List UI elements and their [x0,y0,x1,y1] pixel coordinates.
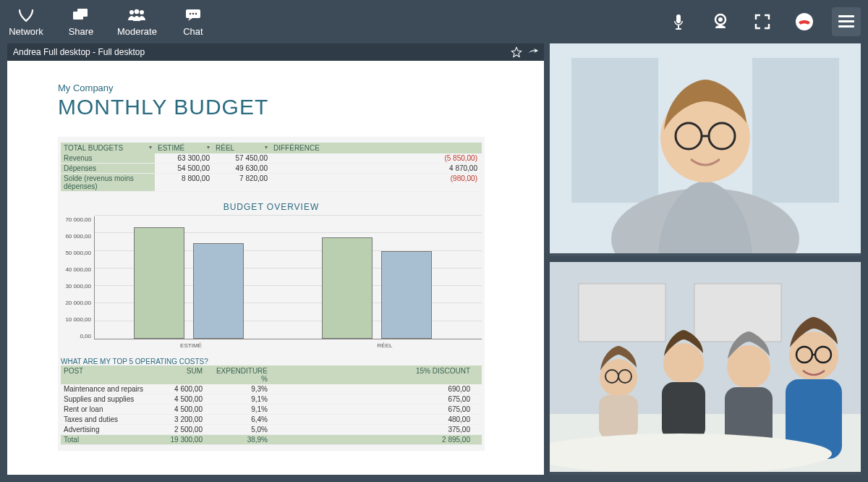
ytick: 10 000,00 [65,316,91,323]
row-real: 7 820,00 [213,174,271,191]
cost-disc: 375,00 [271,425,473,434]
ytick: 50 000,00 [65,250,91,256]
cost-exp: 9,1% [205,394,271,404]
row-label: Solde (revenus moins dépenses) [61,174,155,191]
svg-point-7 [192,12,195,14]
share-pane: Andrea Full desktop - Full desktop My Co… [7,43,544,475]
svg-rect-35 [662,382,705,440]
svg-point-2 [129,10,134,14]
cost-post: Advertising [61,425,148,434]
total-sum: 19 300,00 [148,435,205,444]
fullscreen-button[interactable] [748,7,777,36]
hangup-button[interactable] [790,7,819,36]
col-total[interactable]: TOTAL BUDGETS [61,143,155,153]
cost-disc: 675,00 [271,394,473,404]
video-pane: Philip [550,43,861,475]
doc-title: MONTHLY BUDGET [58,95,493,119]
cost-post: Supplies and supplies [61,394,148,404]
col-exp: EXPENDITURE % [205,365,271,384]
cost-sum: 4 600,00 [148,384,205,394]
costs-row: Advertising2 500,005,0%375,00 [61,425,482,435]
cost-disc: 480,00 [271,415,473,424]
star-icon[interactable] [511,46,522,58]
network-icon [17,7,35,23]
chart-title: BUDGET OVERVIEW [61,202,482,212]
menu-button[interactable] [832,7,861,36]
video-tile-philip[interactable]: Philip [550,43,861,256]
cost-disc: 675,00 [271,405,473,414]
cost-exp: 9,3% [205,384,271,394]
chat-label: Chat [183,26,203,37]
moderate-label: Moderate [117,26,157,37]
share-title: Andrea Full desktop - Full desktop [13,47,145,57]
budgets-header-row: TOTAL BUDGETS ESTIMÉ RÉEL DIFFÉRENCE [61,143,482,153]
col-diff[interactable]: DIFFÉRENCE [271,143,480,153]
col-sum: SUM [148,365,205,384]
doc-company: My Company [58,83,493,93]
menu-icon [838,15,854,28]
cost-sum: 4 500,00 [148,394,205,404]
mic-icon [670,13,687,30]
network-button[interactable]: Network [7,7,45,37]
svg-point-4 [140,10,144,14]
row-real: 57 450,00 [213,153,271,163]
avatar-art [550,43,861,253]
camera-button[interactable] [706,7,735,36]
ytick: 60 000,00 [65,233,91,240]
xlabel: RÉEL [288,342,482,349]
toolbar-right [664,7,861,36]
col-disc: 15% DISCOUNT [271,365,473,384]
fullscreen-icon [754,13,771,30]
cost-exp: 6,4% [205,415,271,424]
col-est[interactable]: ESTIMÉ [155,143,213,153]
chart-xaxis: ESTIMÉRÉEL [94,339,482,349]
cost-post: Rent or loan [61,405,148,414]
svg-rect-10 [678,25,679,28]
total-disc: 2 895,00 [271,435,473,444]
share-button[interactable]: Share [62,7,100,37]
svg-rect-28 [579,284,665,342]
video-tile-meeting-room[interactable]: My company Meeting Room [550,262,861,475]
doc-box: TOTAL BUDGETS ESTIMÉ RÉEL DIFFÉRENCE Rev… [58,137,485,451]
ytick: 0,00 [80,333,91,339]
moderate-icon [126,7,148,23]
bar [322,237,373,339]
content-area: Andrea Full desktop - Full desktop My Co… [0,43,868,482]
share-label: Share [69,26,94,37]
budgets-row: Revenus63 300,0057 450,00(5 850,00) [61,153,482,164]
avatar-art [550,262,861,472]
top-toolbar: Network Share Moderate Chat [0,0,868,43]
svg-rect-16 [838,20,854,22]
cost-post: Maintenance and repairs [61,384,148,394]
svg-point-6 [190,12,192,14]
share-header: Andrea Full desktop - Full desktop [7,43,544,61]
mic-button[interactable] [664,7,693,36]
svg-rect-17 [838,25,854,28]
costs-total-row: Total 19 300,00 38,9% 2 895,00 [61,435,482,445]
row-est: 8 800,00 [155,174,213,191]
hangup-icon [794,12,814,32]
camera-icon [711,12,730,31]
row-real: 49 630,00 [213,164,271,173]
chat-button[interactable]: Chat [174,7,212,37]
col-real[interactable]: RÉEL [213,143,271,153]
svg-rect-29 [694,284,781,342]
popout-icon[interactable] [527,46,538,58]
ytick: 70 000,00 [65,216,91,223]
moderate-button[interactable]: Moderate [117,7,157,37]
bar [381,251,432,339]
svg-rect-11 [676,28,681,30]
total-label: Total [61,435,148,444]
share-icon [72,7,90,23]
chat-icon [184,7,203,23]
svg-rect-9 [676,14,681,23]
row-diff: (980,00) [271,174,480,191]
toolbar-left: Network Share Moderate Chat [7,7,212,37]
row-est: 54 500,00 [155,164,213,173]
costs-header-row: POST SUM EXPENDITURE % 15% DISCOUNT [61,365,482,384]
col-post: POST [61,365,148,384]
row-est: 63 300,00 [155,153,213,163]
gridline [95,215,482,216]
bar [193,243,244,339]
svg-rect-15 [838,15,854,17]
